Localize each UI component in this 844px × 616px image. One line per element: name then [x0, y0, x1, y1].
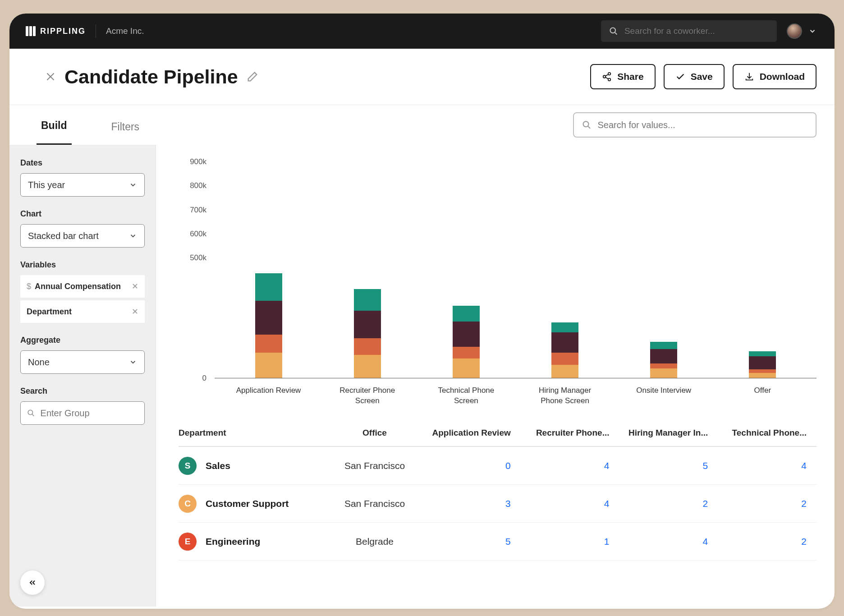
bar-segment [354, 289, 381, 311]
bar-column [329, 289, 406, 378]
tab-filters[interactable]: Filters [107, 121, 144, 145]
value-cell[interactable]: 0 [422, 460, 521, 471]
remove-variable-icon[interactable]: ✕ [132, 281, 138, 291]
value-cell[interactable]: 4 [521, 460, 619, 471]
chevron-double-left-icon [28, 578, 37, 587]
y-tick: 600k [190, 230, 206, 239]
svg-line-10 [588, 126, 590, 129]
save-button[interactable]: Save [664, 64, 725, 89]
x-axis-labels: Application ReviewRecruiter Phone Screen… [215, 382, 816, 410]
variable-chip-annual-compensation[interactable]: $Annual Compensation ✕ [20, 275, 145, 298]
value-cell[interactable]: 4 [521, 498, 619, 509]
chart-label: Chart [20, 209, 145, 219]
col-office: Office [327, 428, 422, 438]
table-row[interactable]: S Sales San Francisco 0 4 5 4 [179, 447, 816, 485]
bar-segment [650, 349, 677, 363]
y-tick: 700k [190, 206, 206, 215]
x-axis-label: Offer [724, 382, 801, 410]
svg-line-7 [605, 74, 608, 76]
variables-label: Variables [20, 260, 145, 270]
value-cell[interactable]: 4 [619, 536, 718, 547]
bar-stack[interactable] [354, 289, 381, 378]
bar-stack[interactable] [551, 322, 578, 378]
bar-segment [354, 355, 381, 378]
user-menu[interactable] [787, 23, 816, 39]
group-search-input[interactable] [41, 408, 138, 418]
value-cell[interactable]: 2 [718, 498, 816, 509]
bar-segment [354, 311, 381, 338]
office-cell: Belgrade [327, 536, 422, 547]
bar-column [428, 306, 505, 378]
svg-point-6 [608, 78, 611, 81]
bar-segment [551, 332, 578, 353]
bar-segment [255, 335, 282, 353]
table-row[interactable]: C Customer Support San Francisco 3 4 2 2 [179, 485, 816, 523]
bar-segment [749, 373, 776, 378]
value-cell[interactable]: 2 [619, 498, 718, 509]
department-name: Sales [206, 460, 230, 471]
divider [96, 24, 96, 38]
bar-stack[interactable] [749, 351, 776, 378]
bar-segment [453, 359, 480, 378]
chart-select[interactable]: Stacked bar chart [20, 224, 145, 248]
bar-column [230, 273, 307, 378]
share-button[interactable]: Share [590, 64, 655, 89]
bar-segment [453, 347, 480, 359]
global-search-input[interactable] [624, 26, 769, 36]
col-hiring-manager: Hiring Manager In... [619, 428, 718, 438]
x-axis-label: Onsite Interview [625, 382, 702, 410]
chart-value: Stacked bar chart [28, 231, 99, 241]
value-cell[interactable]: 5 [619, 460, 718, 471]
edit-icon[interactable] [246, 70, 259, 83]
global-search[interactable] [601, 20, 777, 42]
chevron-down-icon [129, 181, 137, 189]
svg-point-11 [28, 410, 32, 414]
table-header: Department Office Application Review Rec… [179, 428, 816, 447]
svg-point-9 [583, 121, 589, 127]
bar-stack[interactable] [255, 273, 282, 378]
bar-segment [255, 301, 282, 335]
aggregate-select[interactable]: None [20, 350, 145, 374]
value-cell[interactable]: 4 [718, 460, 816, 471]
value-cell[interactable]: 1 [521, 536, 619, 547]
chevron-down-icon [129, 358, 137, 366]
bar-segment [354, 338, 381, 355]
brand-logo: RIPPLING [26, 26, 86, 36]
values-search-input[interactable] [597, 120, 807, 130]
remove-variable-icon[interactable]: ✕ [132, 307, 138, 317]
variable-name: Annual Compensation [35, 282, 121, 291]
x-axis-label: Hiring Manager Phone Screen [527, 382, 603, 410]
department-badge: C [179, 495, 197, 513]
bar-segment [453, 306, 480, 322]
dates-select[interactable]: This year [20, 173, 145, 197]
bar-segment [749, 369, 776, 373]
table-row[interactable]: E Engineering Belgrade 5 1 4 2 [179, 523, 816, 561]
variable-chip-department[interactable]: Department ✕ [20, 300, 145, 323]
value-cell[interactable]: 5 [422, 536, 521, 547]
search-icon [609, 26, 618, 36]
bar-stack[interactable] [453, 306, 480, 378]
download-icon [744, 72, 754, 82]
value-cell[interactable]: 3 [422, 498, 521, 509]
svg-line-8 [605, 77, 608, 79]
col-technical-phone: Technical Phone... [718, 428, 816, 438]
share-label: Share [617, 71, 643, 82]
svg-point-4 [608, 73, 611, 75]
bar-column [625, 342, 702, 378]
department-name: Customer Support [206, 498, 289, 509]
collapse-sidebar-button[interactable] [20, 570, 45, 595]
rippling-logo-icon [26, 26, 36, 36]
office-cell: San Francisco [327, 460, 422, 471]
bar-stack[interactable] [650, 342, 677, 378]
department-badge: E [179, 533, 197, 551]
group-search[interactable] [20, 401, 145, 425]
bar-segment [749, 356, 776, 369]
value-cell[interactable]: 2 [718, 536, 816, 547]
values-search[interactable] [573, 112, 816, 138]
download-button[interactable]: Download [733, 64, 816, 89]
tab-build[interactable]: Build [37, 120, 72, 145]
department-name: Engineering [206, 536, 260, 547]
close-icon[interactable] [45, 71, 56, 83]
brand-area: RIPPLING Acme Inc. [26, 24, 144, 38]
page-title: Candidate Pipeline [64, 66, 238, 88]
